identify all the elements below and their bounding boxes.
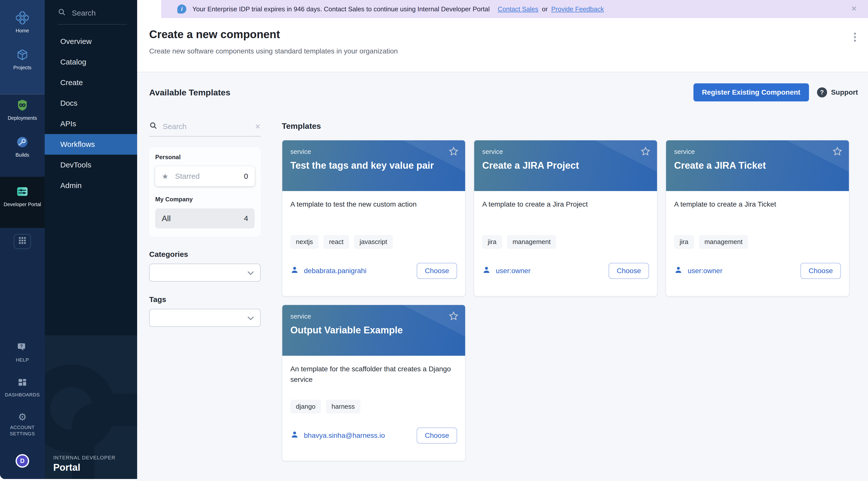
home-icon bbox=[16, 11, 29, 25]
sidebar-item-create[interactable]: Create bbox=[45, 72, 137, 93]
main-area: i Your Enterprise IDP trial expires in 9… bbox=[137, 0, 868, 481]
sidebar-menu: Overview Catalog Create Docs APIs Workfl… bbox=[45, 31, 137, 196]
page-title: Create a new component bbox=[149, 28, 868, 41]
template-card-header: service Create a JIRA Ticket bbox=[666, 140, 849, 191]
rail-segment-top: Home Projects bbox=[0, 0, 45, 94]
template-type: service bbox=[290, 313, 457, 320]
tag-chip: jira bbox=[674, 235, 694, 249]
template-card-header: service Test the tags and key value pair bbox=[282, 140, 465, 191]
all-count: 4 bbox=[244, 214, 248, 223]
rail-item-deployments[interactable]: Deployments bbox=[0, 98, 45, 121]
template-card: service Create a JIRA Project A template… bbox=[474, 140, 657, 296]
tag-chip: react bbox=[323, 235, 349, 249]
rail-item-label: Developer Portal bbox=[4, 201, 41, 207]
template-description: A template to create a Jira Project bbox=[482, 199, 649, 235]
sidebar-item-docs[interactable]: Docs bbox=[45, 93, 137, 114]
rail-item-account-settings[interactable]: ⚙ ACCOUNT SETTINGS bbox=[2, 412, 42, 437]
choose-button[interactable]: Choose bbox=[609, 263, 649, 279]
sidebar-item-catalog[interactable]: Catalog bbox=[45, 52, 137, 72]
template-tags: jira management bbox=[482, 235, 649, 249]
search-clear-icon[interactable]: ✕ bbox=[255, 123, 261, 131]
tags-label: Tags bbox=[149, 295, 261, 304]
choose-button[interactable]: Choose bbox=[800, 263, 841, 279]
sidebar-item-workflows[interactable]: Workflows bbox=[45, 134, 137, 155]
rail-item-label: Home bbox=[16, 28, 29, 34]
provide-feedback-link[interactable]: Provide Feedback bbox=[551, 5, 604, 13]
chevron-down-icon bbox=[247, 268, 254, 278]
template-title: Test the tags and key value pair bbox=[290, 160, 457, 171]
template-card-footer: user:owner Choose bbox=[482, 263, 649, 279]
sidebar-brand: INTERNAL DEVELOPER Portal bbox=[53, 455, 116, 473]
kebab-menu-icon[interactable] bbox=[849, 31, 861, 43]
template-tags: django harness bbox=[290, 400, 457, 414]
help-icon: ? bbox=[17, 343, 28, 354]
search-icon bbox=[149, 122, 157, 132]
tag-chip: management bbox=[699, 235, 748, 249]
dashboards-icon bbox=[17, 377, 27, 389]
banner-close-icon[interactable]: ✕ bbox=[851, 4, 857, 13]
user-avatar[interactable]: D bbox=[16, 454, 29, 468]
rail-item-label: HELP bbox=[16, 357, 29, 363]
sidebar-divider bbox=[58, 24, 127, 25]
rail-item-help[interactable]: ? HELP bbox=[16, 343, 29, 363]
rail-item-label: Builds bbox=[16, 152, 29, 158]
register-existing-component-button[interactable]: Register Existing Component bbox=[693, 83, 809, 101]
tag-chip: jira bbox=[482, 235, 502, 249]
choose-button[interactable]: Choose bbox=[417, 263, 457, 279]
template-owner-link[interactable]: user:owner bbox=[688, 267, 722, 275]
categories-select[interactable] bbox=[149, 264, 261, 282]
rail-segment-active: Developer Portal bbox=[0, 177, 45, 228]
sidebar-search-label: Search bbox=[72, 9, 96, 17]
star-icon: ★ bbox=[162, 172, 168, 181]
support-button[interactable]: ? Support bbox=[817, 87, 858, 97]
star-icon[interactable] bbox=[640, 146, 651, 157]
template-owner-link[interactable]: bhavya.sinha@harness.io bbox=[304, 431, 385, 440]
template-card-body: An template for the scaffolder that crea… bbox=[282, 356, 465, 461]
sidebar-item-overview[interactable]: Overview bbox=[45, 31, 137, 52]
sidebar-item-devtools[interactable]: DevTools bbox=[45, 155, 137, 175]
rail-item-developer-portal[interactable]: Developer Portal bbox=[0, 185, 45, 207]
question-icon: ? bbox=[817, 87, 827, 97]
star-icon[interactable] bbox=[832, 146, 843, 157]
rail-item-projects[interactable]: Projects bbox=[0, 48, 45, 71]
sidebar-item-apis[interactable]: APIs bbox=[45, 114, 137, 134]
rail-item-label: DASHBOARDS bbox=[5, 392, 40, 398]
star-icon[interactable] bbox=[448, 146, 459, 157]
portal-sidebar: Search Overview Catalog Create Docs APIs… bbox=[45, 0, 137, 479]
template-type: service bbox=[290, 148, 457, 156]
template-card: service Output Variable Example An templ… bbox=[282, 304, 466, 461]
sidebar-item-admin[interactable]: Admin bbox=[45, 175, 137, 196]
brand-line-bottom: Portal bbox=[53, 462, 116, 473]
svg-text:?: ? bbox=[20, 344, 23, 349]
template-card-body: A template to create a Jira Project jira… bbox=[474, 191, 657, 296]
sidebar-search[interactable]: Search bbox=[45, 0, 137, 18]
brand-line-top: INTERNAL DEVELOPER bbox=[53, 455, 116, 461]
tag-chip: management bbox=[507, 235, 556, 249]
info-icon: i bbox=[177, 4, 186, 13]
content-area: Available Templates Register Existing Co… bbox=[137, 72, 868, 481]
star-icon[interactable] bbox=[448, 311, 459, 322]
contact-sales-link[interactable]: Contact Sales bbox=[498, 5, 538, 13]
grid-icon bbox=[18, 236, 27, 247]
all-label: All bbox=[162, 214, 171, 223]
deployments-icon bbox=[16, 98, 29, 112]
template-owner-link[interactable]: debabrata.panigrahi bbox=[304, 267, 366, 275]
rail-item-home[interactable]: Home bbox=[0, 11, 45, 34]
rail-item-builds[interactable]: Builds bbox=[0, 135, 45, 158]
tags-select[interactable] bbox=[149, 309, 261, 327]
template-type: service bbox=[674, 148, 841, 156]
all-filter-row[interactable]: All 4 bbox=[155, 209, 255, 228]
choose-button[interactable]: Choose bbox=[417, 427, 457, 444]
module-rail: Home Projects Deployments Builds bbox=[0, 0, 45, 479]
projects-icon bbox=[16, 48, 29, 62]
module-grid-button[interactable] bbox=[14, 234, 31, 249]
developer-portal-icon bbox=[16, 185, 29, 198]
rail-segment-bottom: ? HELP DASHBOARDS ⚙ ACCOUNT SETTINGS D bbox=[0, 228, 45, 479]
rail-item-dashboards[interactable]: DASHBOARDS bbox=[5, 377, 40, 398]
template-owner-link[interactable]: user:owner bbox=[496, 267, 531, 275]
template-search-input[interactable] bbox=[163, 122, 255, 131]
template-search: ✕ bbox=[149, 122, 261, 136]
starred-filter-row[interactable]: ★ Starred 0 bbox=[155, 166, 255, 186]
app-window: Home Projects Deployments Builds bbox=[0, 0, 868, 481]
templates-section: Templates service Test the tags and key … bbox=[282, 122, 858, 481]
